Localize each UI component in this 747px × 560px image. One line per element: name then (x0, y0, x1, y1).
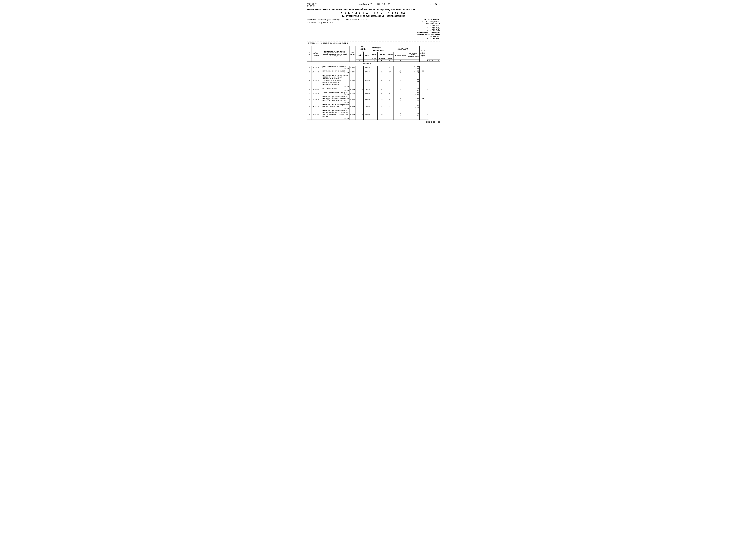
row6-price-mount: 127.00 (364, 96, 371, 104)
col-1: 1 (356, 59, 364, 62)
row2-price-mount: 278.00 (364, 70, 371, 74)
row4-col11: 2 (419, 88, 427, 92)
norm-val1: 406 ЧЕЛ./Ч. (417, 36, 440, 37)
row5-price-mount: 103.00 (364, 92, 371, 96)
row5-col10: 63.000.44 (407, 92, 419, 96)
row5-col12: - (427, 92, 429, 96)
dashed-divider-bottom (307, 45, 440, 45)
th-labor-main: ОСНОВНОЙ (386, 52, 393, 57)
row5-num: 5 (307, 92, 312, 96)
row5-col9: - (394, 92, 407, 96)
row3-col8: 1 (386, 74, 393, 88)
table-body: МОНТАЖ 1 Ц8-612-2 ЩИТОК ОСВЕТИТЕЛЬНЫЙ ЯО… (307, 62, 440, 120)
row2-col12: - (427, 70, 429, 74)
col-9: 9 (429, 59, 431, 62)
footer-page: 69 (438, 121, 440, 123)
th-total: ОБЩАЯ СТОИМОСТЬ , РУБ.МОНТАЖНЫХ РАБОТ (371, 46, 386, 52)
row5-col8: 2 (386, 92, 393, 96)
row1-col9: - (394, 66, 407, 70)
row8-code: Ц8-661-2 (312, 110, 321, 119)
row6-col8: 6 (386, 96, 393, 104)
row8-col10: 62.0012.68 (407, 110, 419, 119)
row8-name: СВЕТИЛЬНИКИ ДЛЯ ЛЮМИНЕСЦЕНТНЫХЛАМП УСТАН… (321, 110, 350, 119)
row3-total: - (371, 74, 377, 88)
row5-total: - (371, 92, 377, 96)
building-name: НАИМЕНОВАНИЕ СТРОЙКИ: ХРАНИЛИЩЕ ПРОДОВОЛ… (307, 8, 440, 11)
row7-num: 7 (307, 104, 312, 110)
col-12: 12 (437, 59, 440, 62)
th-shifr: ШИФРИМ НОМЕРПОЗИЦИИ (312, 46, 321, 62)
row7-col10: 74.000.01 (407, 104, 419, 110)
col-11: 11 (434, 59, 437, 62)
row1-code: Ц8-612-2 (312, 66, 321, 70)
row3-qty: 0.020 (350, 74, 356, 88)
row8-price-mount: 368.00 (364, 110, 371, 119)
row2-col11: 307 (419, 70, 427, 74)
row3-col11: 2 (419, 74, 427, 88)
complex-line-text: КОМПЛЕКС В-564-1 ОБЪЕКТ 01 СМЕТА 012 ЛИС… (307, 43, 348, 44)
row6-code: Ц8-599-1 (312, 96, 321, 104)
row8-col9: 21 (394, 110, 407, 119)
row4-col9: 1 (394, 88, 407, 92)
complex-line: КОМПЛЕКС В-564-1 ОБЪЕКТ 01 СМЕТА 012 ЛИС… (307, 43, 440, 44)
col-5: 5 (386, 59, 393, 62)
norm-label2: СМЕТНАЯ ЗАРАБОТНАЯ ПЛАТА (417, 34, 440, 35)
section-montag-label: МОНТАЖ (307, 62, 427, 66)
row1-col8: 1 (386, 66, 393, 70)
row5-col11: 4 (419, 92, 427, 96)
th-labor-main2: МАШИН (386, 57, 393, 59)
row3-col9: 1 (394, 74, 407, 88)
row2-price-eq: - (356, 70, 364, 74)
row7-name: СВЕТИЛЬНИКИ ЛСП В КОРОБЕ(ВКЛЮЧАЯПРОКЛАДК… (321, 104, 350, 110)
smet-cost-label1: СМЕТНАЯ СТОИМОСТЬ (417, 19, 440, 21)
row6-name: СВЕТИЛЬНИКИ ДЛЯ ЛЮМИНЕСЦЕНТНЫХЛАМП ОТДЕЛ… (321, 96, 350, 104)
row3-code: Ц8-593-2 (312, 74, 321, 88)
ceny-label: СОСТАВЛЕНА В ЦЕНАХ 1984 Г. (307, 22, 367, 24)
date-label: 14-07-93 (307, 5, 319, 7)
row4-total: - (371, 88, 377, 92)
row6-num: 6 (307, 96, 312, 104)
norm-val2: 0.264 ТЫС.РУБ. (417, 38, 440, 39)
th-num: NПП (307, 46, 312, 62)
table-row: 3 Ц8-593-2 СВЕТИЛЬНИКИ ДЛЯ ЛАМП НАКАЛИВА… (307, 74, 440, 88)
th-price-eq: ОБОРУДА.ВАНИЯ (356, 52, 364, 57)
row4-qty: 0.040 (350, 88, 356, 92)
section-montag-row: МОНТАЖ (307, 62, 440, 66)
row2-num: 2 (307, 70, 312, 74)
row8-col8: 2 (386, 110, 393, 119)
row8-total: - (371, 110, 377, 119)
row4-num: 4 (307, 88, 312, 92)
th-labor-mach2 (394, 57, 407, 59)
row7-col9: - (394, 104, 407, 110)
header-top: RASA-SM V4.0 14-07-93 альбом 4 Т.п. 813-… (307, 3, 440, 7)
row6-price-eq: - (356, 96, 364, 104)
th-mass: ОБЩАЯМАССАОБОРУДО-ВАНИЯ(Т) (419, 46, 427, 62)
row7-col8: 3 (386, 104, 393, 110)
th-total-salary2: ЗАРПЛАТЫ (377, 57, 386, 59)
col-10: 10 (431, 59, 434, 62)
th-name: НАИМЕНОВАНИЕ И ХАРАКТЕРИСТИКАОБОРУДОВАНИ… (321, 46, 350, 62)
footer: Ц00243-05 69 (307, 121, 440, 123)
th-price-mount2 (364, 57, 371, 59)
row5-qty: 0.060 (350, 92, 356, 96)
row6-col9: 41 (394, 96, 407, 104)
row6-col11: 112 (419, 96, 427, 104)
page-number: - - 68 - (430, 3, 440, 7)
row2-code: Ц8-594-1 (312, 70, 321, 74)
smet-val2: 0.000 ТЫС.РУБ. (417, 27, 440, 29)
row5-col7: 6 (377, 92, 386, 96)
th-qty: КОЛИ-ЧЕСТВО (350, 46, 356, 62)
document-subtitle: НА ПРИОБРЕТЕНИЕ И МОНТАЖ ОБОРУДОВАНИЯ: Э… (307, 15, 440, 18)
th-total-salary: ЗАРПЛАТЫ (377, 52, 386, 57)
document-title: Л О К А Л Ь Н А Я С М Е Т А N 01-012 (307, 12, 440, 14)
row4-price-mount: 92.40 (364, 88, 371, 92)
row3-col10: 81.0023.48 (407, 74, 419, 88)
row6-total: - (371, 96, 377, 104)
row8-col12: - (427, 110, 429, 119)
norm-label1: НОРМАТИВНАЯ ТРУДОЕМКОСТЬ (417, 32, 440, 33)
smet-val3: 1.932 ТЫС.РУБ. (417, 29, 440, 31)
table-row: 1 Ц8-612-2 ЩИТОК ОСВЕТИТЕЛЬНЫЙ ЯОУ8501УЗ… (307, 66, 440, 70)
row7-code: Ц8-661-1 (312, 104, 321, 110)
row1-price-eq: - (356, 66, 364, 70)
th-price: СТОИ-МОСТЬЕДИНИЦЫРУБ. (356, 46, 371, 52)
